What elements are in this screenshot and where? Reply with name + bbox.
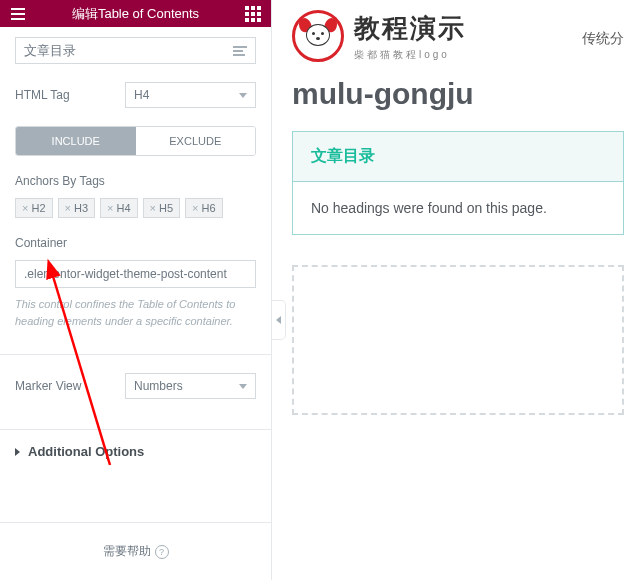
help-link[interactable]: 需要帮助 ?: [103, 543, 169, 560]
tag-label: H5: [159, 202, 173, 214]
anchor-tags: ×H2×H3×H4×H5×H6: [15, 198, 256, 218]
empty-section-placeholder[interactable]: [292, 265, 624, 415]
html-tag-value: H4: [134, 88, 149, 102]
marker-view-label: Marker View: [15, 379, 125, 393]
chevron-right-icon: [15, 448, 20, 456]
tab-exclude[interactable]: EXCLUDE: [136, 127, 256, 155]
remove-tag-icon[interactable]: ×: [150, 202, 156, 214]
additional-options-section[interactable]: Additional Options: [0, 429, 271, 473]
anchors-label: Anchors By Tags: [15, 174, 256, 188]
title-input-row: [15, 37, 256, 64]
marker-view-select[interactable]: Numbers: [125, 373, 256, 399]
remove-tag-icon[interactable]: ×: [192, 202, 198, 214]
tag-label: H4: [116, 202, 130, 214]
brand-title: 教程演示: [354, 11, 466, 46]
remove-tag-icon[interactable]: ×: [65, 202, 71, 214]
html-tag-label: HTML Tag: [15, 88, 125, 102]
help-icon: ?: [155, 545, 169, 559]
tag-label: H6: [201, 202, 215, 214]
site-brand: 教程演示 柴都猫教程logo: [292, 10, 624, 62]
html-tag-select[interactable]: H4: [125, 82, 256, 108]
collapse-panel-handle[interactable]: [272, 300, 286, 340]
remove-tag-icon[interactable]: ×: [22, 202, 28, 214]
divider: [0, 354, 271, 355]
brand-subtitle: 柴都猫教程logo: [354, 48, 466, 62]
panel-footer: 需要帮助 ?: [0, 522, 271, 580]
dynamic-tags-icon[interactable]: [233, 46, 247, 56]
chevron-down-icon: [239, 384, 247, 389]
container-input[interactable]: [15, 260, 256, 288]
anchor-tag[interactable]: ×H2: [15, 198, 53, 218]
page-title: mulu-gongju: [292, 77, 624, 111]
panel-title: 编辑Table of Contents: [72, 5, 199, 23]
chevron-left-icon: [276, 316, 281, 324]
remove-tag-icon[interactable]: ×: [107, 202, 113, 214]
container-label: Container: [15, 236, 256, 250]
chevron-down-icon: [239, 93, 247, 98]
toc-widget[interactable]: 文章目录 No headings were found on this page…: [292, 131, 624, 235]
marker-view-value: Numbers: [134, 379, 183, 393]
container-description: This control confines the Table of Conte…: [15, 296, 256, 329]
tab-include[interactable]: INCLUDE: [16, 127, 136, 155]
apps-grid-icon[interactable]: [243, 4, 263, 24]
tag-label: H3: [74, 202, 88, 214]
anchor-tag[interactable]: ×H4: [100, 198, 138, 218]
tag-label: H2: [31, 202, 45, 214]
anchor-tag[interactable]: ×H5: [143, 198, 181, 218]
help-text: 需要帮助: [103, 543, 151, 560]
panel-header: 编辑Table of Contents: [0, 0, 271, 27]
anchor-tag[interactable]: ×H3: [58, 198, 96, 218]
logo-icon[interactable]: [292, 10, 344, 62]
toc-widget-title: 文章目录: [293, 132, 623, 182]
nav-link[interactable]: 传统分: [582, 30, 624, 48]
additional-options-title: Additional Options: [28, 444, 144, 459]
include-exclude-tabs: INCLUDE EXCLUDE: [15, 126, 256, 156]
anchor-tag[interactable]: ×H6: [185, 198, 223, 218]
menu-icon[interactable]: [8, 4, 28, 24]
toc-widget-body: No headings were found on this page.: [293, 182, 623, 234]
title-input[interactable]: [24, 43, 233, 58]
